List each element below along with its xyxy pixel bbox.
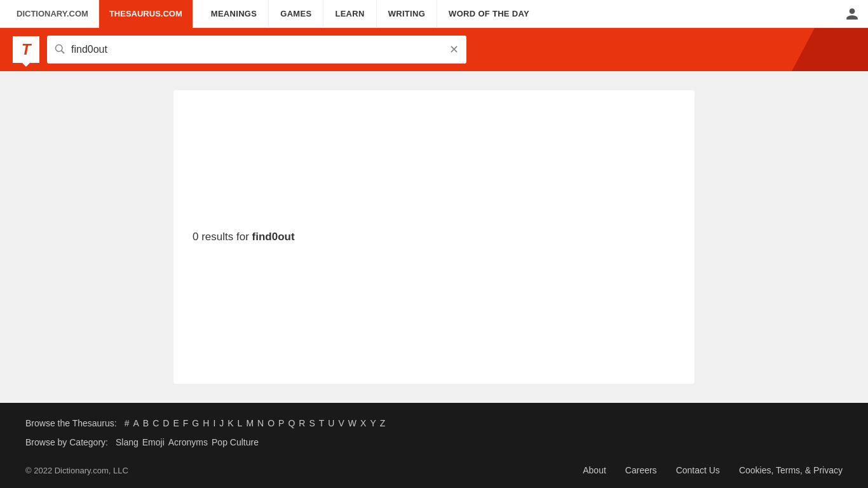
footer-browse-category: Browse by Category: Slang Emoji Acronyms… xyxy=(25,437,843,447)
search-bar: ✕ xyxy=(47,36,466,64)
footer-link-cookies[interactable]: Cookies, Terms, & Privacy xyxy=(739,465,843,475)
footer-letter-y[interactable]: Y xyxy=(370,418,376,428)
footer-letter-b[interactable]: B xyxy=(143,418,149,428)
browse-thesaurus-label: Browse the Thesaurus: xyxy=(25,418,117,428)
search-input[interactable] xyxy=(71,44,449,55)
footer-category-emoji[interactable]: Emoji xyxy=(142,437,165,447)
nav-links: MEANINGS GAMES LEARN WRITING WORD OF THE… xyxy=(200,0,541,28)
footer-letter-m[interactable]: M xyxy=(246,418,254,428)
footer-letter-l[interactable]: L xyxy=(238,418,243,428)
footer-letter-e[interactable]: E xyxy=(173,418,179,428)
footer-letter-d[interactable]: D xyxy=(163,418,169,428)
footer-letter-v[interactable]: V xyxy=(338,418,344,428)
footer-letter-j[interactable]: J xyxy=(219,418,224,428)
browse-category-label: Browse by Category: xyxy=(25,437,108,447)
footer-letter-r[interactable]: R xyxy=(299,418,305,428)
nav-learn[interactable]: LEARN xyxy=(323,0,376,28)
footer-letter-s[interactable]: S xyxy=(309,418,315,428)
nav-writing[interactable]: WRITING xyxy=(377,0,437,28)
footer-letter-k[interactable]: K xyxy=(227,418,233,428)
footer-letter-t[interactable]: T xyxy=(319,418,325,428)
footer-link-contact[interactable]: Contact Us xyxy=(676,465,720,475)
nav-meanings[interactable]: MEANINGS xyxy=(200,0,269,28)
footer-letter-i[interactable]: I xyxy=(213,418,215,428)
footer-letter-z[interactable]: Z xyxy=(380,418,386,428)
clear-search-button[interactable]: ✕ xyxy=(449,43,459,57)
footer-links: About Careers Contact Us Cookies, Terms,… xyxy=(583,465,843,475)
footer-category-pop-culture[interactable]: Pop Culture xyxy=(212,437,259,447)
footer-category-slang[interactable]: Slang xyxy=(116,437,139,447)
footer-letter-c[interactable]: C xyxy=(153,418,159,428)
footer-browse-thesaurus: Browse the Thesaurus: # A B C D E F G H … xyxy=(25,418,843,428)
footer-letter-o[interactable]: O xyxy=(268,418,275,428)
footer-letter-w[interactable]: W xyxy=(348,418,356,428)
thesaurus-tab[interactable]: THESAURUS.COM xyxy=(99,0,193,28)
footer-letter-p[interactable]: P xyxy=(278,418,284,428)
footer-letter-n[interactable]: N xyxy=(257,418,264,428)
nav-games[interactable]: GAMES xyxy=(269,0,323,28)
footer-link-about[interactable]: About xyxy=(583,465,606,475)
search-header: T ✕ xyxy=(0,28,868,71)
footer-letter-g[interactable]: G xyxy=(192,418,199,428)
copyright-text: © 2022 Dictionary.com, LLC xyxy=(25,466,128,475)
user-account-icon[interactable] xyxy=(843,4,862,24)
footer-letter-x[interactable]: X xyxy=(360,418,366,428)
results-query: find0out xyxy=(252,231,295,243)
footer-letter-h[interactable]: H xyxy=(203,418,209,428)
logo-letter: T xyxy=(22,41,31,58)
results-text: 0 results for find0out xyxy=(193,231,295,243)
footer-letter-f[interactable]: F xyxy=(183,418,189,428)
nav-word-of-day[interactable]: WORD OF THE DAY xyxy=(437,0,541,28)
footer-bottom: © 2022 Dictionary.com, LLC About Careers… xyxy=(25,460,843,475)
thesaurus-logo[interactable]: T xyxy=(13,36,39,63)
footer-link-careers[interactable]: Careers xyxy=(625,465,657,475)
footer-letter-a[interactable]: A xyxy=(133,418,139,428)
dictionary-tab[interactable]: DICTIONARY.COM xyxy=(6,0,99,28)
results-box: 0 results for find0out xyxy=(173,90,695,384)
footer-letter-hash[interactable]: # xyxy=(125,418,130,428)
top-navigation: DICTIONARY.COM THESAURUS.COM MEANINGS GA… xyxy=(0,0,868,28)
main-content: 0 results for find0out xyxy=(0,71,868,403)
footer-category-acronyms[interactable]: Acronyms xyxy=(168,437,208,447)
footer-letter-q[interactable]: Q xyxy=(288,418,295,428)
footer: Browse the Thesaurus: # A B C D E F G H … xyxy=(0,403,868,488)
results-count-label: 0 results for xyxy=(193,231,252,243)
search-icon xyxy=(55,44,66,55)
footer-letter-u[interactable]: U xyxy=(328,418,334,428)
